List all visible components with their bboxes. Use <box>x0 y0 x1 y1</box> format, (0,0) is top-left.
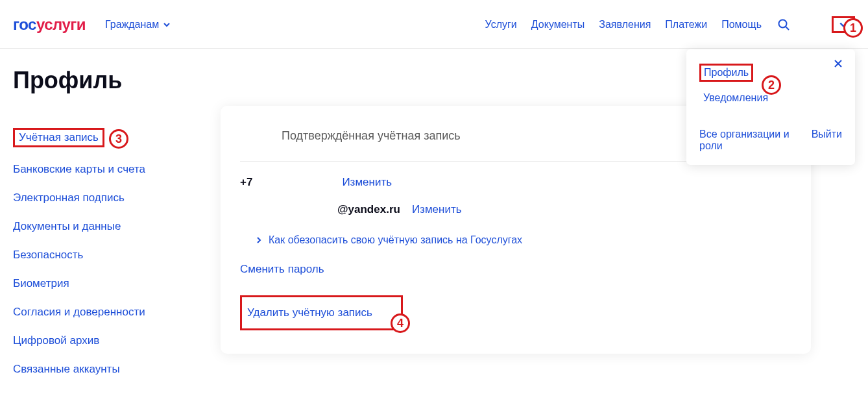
chevron-right-icon <box>256 237 262 243</box>
search-icon[interactable] <box>776 17 791 32</box>
sidebar-item-label: Учётная запись <box>13 128 104 147</box>
sidebar-item-biometrics[interactable]: Биометрия <box>13 269 195 298</box>
annotation-circle-1: 1 <box>843 18 863 38</box>
secure-help-label: Как обезопасить свою учётную запись на Г… <box>269 234 522 246</box>
popover-item-orgs[interactable]: Все организации и роли <box>699 129 792 152</box>
sidebar-item-archive[interactable]: Цифровой архив <box>13 326 195 355</box>
top-nav: Услуги Документы Заявления Платежи Помощ… <box>485 17 791 32</box>
nav-payments[interactable]: Платежи <box>665 19 707 31</box>
popover-item-notifications[interactable]: Уведомления <box>699 86 772 110</box>
phone-row: +7 Изменить <box>240 176 791 189</box>
svg-line-1 <box>786 27 789 30</box>
popover-item-profile[interactable]: Профиль <box>699 64 753 82</box>
sidebar-item-consents[interactable]: Согласия и доверенности <box>13 298 195 326</box>
logo-part-gos: гос <box>13 16 36 33</box>
sidebar-item-account[interactable]: Учётная запись <box>13 120 195 155</box>
logo-part-uslugi: услуги <box>36 16 86 33</box>
sidebar-item-linked[interactable]: Связанные аккаунты <box>13 355 195 384</box>
card-action-links: Сменить пароль Удалить учётную запись <box>240 263 791 330</box>
sidebar-item-security[interactable]: Безопасность <box>13 241 195 269</box>
sidebar-item-docs[interactable]: Документы и данные <box>13 212 195 241</box>
svg-point-0 <box>779 20 787 28</box>
change-email-link[interactable]: Изменить <box>412 203 462 216</box>
secure-help-link[interactable]: Как обезопасить свою учётную запись на Г… <box>240 234 791 246</box>
nav-help[interactable]: Помощь <box>721 19 762 31</box>
chevron-down-icon <box>163 21 171 29</box>
nav-documents[interactable]: Документы <box>531 19 585 31</box>
page-title: Профиль <box>13 67 195 94</box>
nav-services[interactable]: Услуги <box>485 19 517 31</box>
close-icon[interactable] <box>833 58 843 69</box>
nav-requests[interactable]: Заявления <box>599 19 651 31</box>
email-row: @yandex.ru Изменить <box>240 203 791 216</box>
change-password-link[interactable]: Сменить пароль <box>240 263 324 276</box>
sidebar: Профиль Учётная запись Банковские карты … <box>13 67 195 384</box>
sidebar-item-cards[interactable]: Банковские карты и счета <box>13 155 195 184</box>
change-phone-link[interactable]: Изменить <box>342 176 392 189</box>
audience-dropdown[interactable]: Гражданам <box>105 19 171 31</box>
audience-label: Гражданам <box>105 19 159 31</box>
popover-item-logout[interactable]: Выйти <box>812 129 842 152</box>
annotation-circle-3: 3 <box>109 129 128 149</box>
annotation-circle-4: 4 <box>391 313 410 333</box>
logo[interactable]: госуслуги <box>13 16 86 34</box>
email-value: @yandex.ru <box>337 203 400 216</box>
sidebar-item-esignature[interactable]: Электронная подпись <box>13 184 195 212</box>
annotation-circle-2: 2 <box>762 75 781 95</box>
phone-value: +7 <box>240 176 252 189</box>
delete-account-link[interactable]: Удалить учётную запись <box>240 295 403 330</box>
user-menu-popover: Профиль Уведомления Все организации и ро… <box>686 49 855 165</box>
header: госуслуги Гражданам Услуги Документы Зая… <box>0 0 868 49</box>
